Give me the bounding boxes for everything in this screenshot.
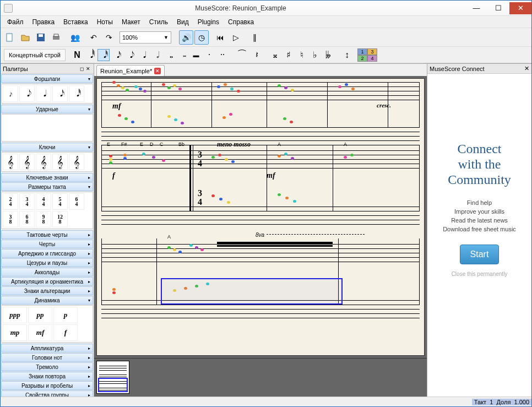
flip-stem-button[interactable]: ↕ [341, 49, 353, 61]
maximize-button[interactable]: ☐ [487, 2, 509, 14]
new-file-button[interactable] [3, 30, 17, 45]
palette-breath[interactable]: Цезуры и паузы▸ [1, 258, 93, 267]
menu-edit[interactable]: Правка [28, 17, 59, 27]
grace-note-item[interactable]: 𝅘𝅥𝅰 [69, 85, 84, 102]
treble-clef-item[interactable]: 𝄞 [69, 154, 84, 170]
selection-rectangle[interactable] [161, 278, 343, 305]
flat-button[interactable]: ♭ [309, 49, 321, 61]
natural-button[interactable]: ♮ [296, 49, 308, 61]
timesig-item[interactable]: 6 4 [69, 193, 84, 210]
voice-4-button[interactable]: 4 [367, 55, 377, 62]
8th-note-button[interactable]: 𝅘𝅥𝅮 [124, 49, 136, 61]
palette-drums[interactable]: Ударные▾ [1, 105, 93, 113]
redo-button[interactable]: ↷ [102, 30, 116, 45]
timesig-3-4[interactable]: 3 4 [198, 150, 202, 168]
palette-barlines[interactable]: Тактовые черты▸ [1, 230, 93, 239]
double-sharp-button[interactable]: 𝄪 [269, 49, 281, 61]
treble-clef-8vb-item[interactable]: 𝄞 [52, 154, 68, 170]
palette-tremolo[interactable]: Тремоло▸ [1, 362, 93, 371]
dynamic-f[interactable]: f [53, 324, 78, 341]
palette-clefs[interactable]: Ключи▾ [1, 143, 93, 151]
quarter-note-button[interactable]: 𝅘𝅥 [137, 49, 149, 61]
16th-note-button[interactable]: 𝅘𝅥𝅯 [111, 49, 123, 61]
close-connect-icon[interactable]: ✕ [524, 65, 529, 72]
palette-repeats[interactable]: Знаки повтора▸ [1, 372, 93, 381]
tie-button[interactable]: ⁀ [236, 49, 248, 61]
score-page[interactable]: mf cresc. [96, 78, 425, 356]
breve-button[interactable]: 𝅜 [177, 49, 189, 61]
grace-note-item[interactable]: 𝅘𝅥 [36, 85, 51, 102]
timesig-item[interactable]: 3 4 [19, 193, 35, 210]
menu-insert[interactable]: Вставка [59, 17, 93, 27]
navigator-viewport[interactable] [98, 378, 128, 392]
longa-button[interactable]: ▬ [190, 49, 202, 61]
whole-note-button[interactable]: 𝅝 [164, 49, 176, 61]
undo-button[interactable]: ↶ [86, 30, 101, 45]
timesig-item[interactable]: 6 8 [19, 211, 35, 227]
close-tab-icon[interactable]: ✕ [154, 68, 161, 74]
start-button[interactable]: Start [460, 245, 500, 264]
open-file-button[interactable] [18, 30, 32, 45]
dynamic-f-mark[interactable]: f [112, 171, 115, 180]
palette-beam[interactable]: Свойства группы▸ [1, 390, 93, 397]
timesig-item[interactable]: 5 4 [52, 193, 68, 210]
tempo-meno-mosso[interactable]: meno mosso [217, 140, 251, 149]
palette-articulation[interactable]: Артикуляция и орнаментика▸ [1, 277, 93, 286]
menu-help[interactable]: Справка [224, 17, 258, 27]
cresc-mark[interactable]: cresc. [377, 102, 391, 108]
menu-style[interactable]: Стиль [145, 17, 172, 27]
palette-fingering[interactable]: Аппликатура▸ [1, 344, 93, 352]
palette-timesig[interactable]: Размеры такта▾ [1, 182, 93, 191]
palette-breaks[interactable]: Разрывы и пробелы▸ [1, 381, 93, 390]
timesig-item[interactable]: 3 8 [3, 211, 18, 227]
dot-button[interactable]: · [203, 49, 215, 61]
grace-note-item[interactable]: 𝅘𝅥𝅮 [19, 85, 35, 102]
dynamic-pp[interactable]: pp [28, 307, 52, 323]
menu-layout[interactable]: Макет [117, 17, 145, 27]
timesig-item[interactable]: 12 8 [52, 211, 68, 227]
ottava-mark[interactable]: 8va [256, 232, 264, 238]
metronome-button[interactable]: ◷ [194, 30, 209, 45]
note-input-mode-button[interactable]: N [71, 49, 83, 61]
dynamic-ppp[interactable]: ppp [3, 307, 27, 323]
timesig-item[interactable]: 4 4 [36, 193, 51, 210]
menu-view[interactable]: Вид [172, 17, 193, 27]
treble-clef-15ma-item[interactable]: 𝄞 [36, 154, 51, 170]
score-view[interactable]: mf cresc. [94, 76, 427, 358]
voice-2-button[interactable]: 2 [357, 55, 367, 62]
dynamic-mf-mark[interactable]: mf [112, 102, 121, 111]
dynamic-mf-mark[interactable]: mf [267, 171, 275, 180]
timesig-item[interactable]: 2 4 [3, 193, 18, 210]
timesig-3-4[interactable]: 3 4 [198, 189, 202, 207]
palette-accidentals[interactable]: Знаки альтерации▸ [1, 286, 93, 295]
palette-noteheads[interactable]: Головки нот▸ [1, 353, 93, 362]
concert-pitch-button[interactable]: Концертный строй [4, 49, 66, 61]
palette-arpeggio[interactable]: Арпеджио и глиссандо▸ [1, 249, 93, 258]
64th-note-button[interactable]: 𝅘𝅥𝅱 [84, 49, 96, 61]
half-note-button[interactable]: 𝅗𝅥 [150, 49, 162, 61]
timesig-item[interactable]: 9 8 [36, 211, 51, 227]
voice-1-button[interactable]: 1 [357, 48, 367, 55]
grace-note-item[interactable]: 𝅘𝅥𝅯 [52, 85, 68, 102]
menu-plugins[interactable]: Plugins [193, 17, 224, 27]
treble-clef-8va-item[interactable]: 𝄞 [19, 154, 35, 170]
dynamic-mp[interactable]: mp [3, 324, 27, 341]
dynamic-p[interactable]: p [53, 307, 78, 323]
32nd-note-button[interactable]: 𝅘𝅥𝅰 [97, 49, 110, 61]
palette-brackets[interactable]: Акколады▸ [1, 268, 93, 276]
dynamic-mf[interactable]: mf [28, 324, 52, 341]
undock-icon[interactable]: ◻ [78, 66, 85, 72]
play-button[interactable]: ▷ [229, 30, 243, 45]
double-flat-button[interactable]: 𝄫 [322, 49, 334, 61]
sharp-button[interactable]: ♯ [283, 49, 295, 61]
palette-keysig[interactable]: Ключевые знаки▸ [1, 173, 93, 182]
palette-dynamics[interactable]: Динамика▾ [1, 296, 93, 305]
navigator-panel[interactable] [94, 358, 427, 397]
rewind-button[interactable]: ⏮ [213, 30, 227, 45]
double-dot-button[interactable]: ·· [216, 49, 229, 61]
close-palettes-icon[interactable]: ✕ [85, 66, 91, 72]
document-tab[interactable]: Reunion_Example* ✕ [96, 65, 165, 76]
palette-grace[interactable]: Форшлаги▾ [1, 74, 93, 83]
close-button[interactable]: ✕ [509, 2, 531, 14]
menu-notes[interactable]: Ноты [93, 17, 117, 27]
